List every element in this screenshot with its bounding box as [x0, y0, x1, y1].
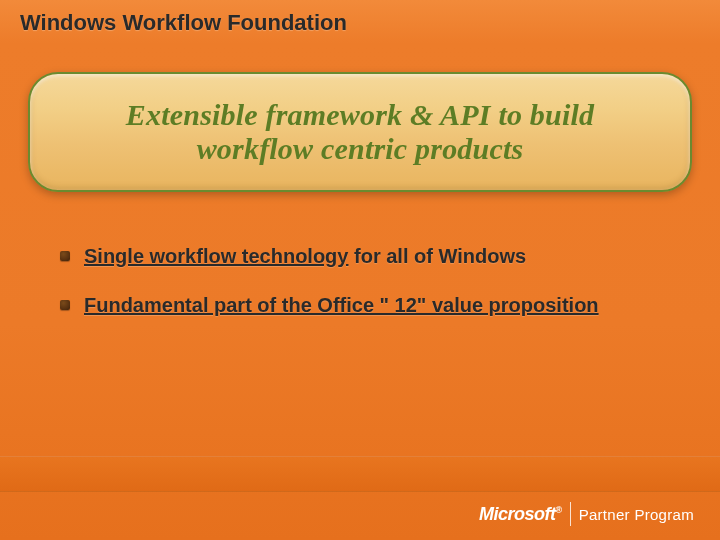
bullet-underlined: Fundamental part of the Office " 12" val… [84, 294, 599, 316]
bullet-text: Single workflow technology for all of Wi… [84, 245, 526, 268]
bullet-icon [60, 251, 70, 261]
bullet-text: Fundamental part of the Office " 12" val… [84, 294, 599, 317]
hero-line-1: Extensible framework & API to build [126, 98, 594, 132]
registered-mark: ® [555, 505, 561, 515]
slide-title: Windows Workflow Foundation [20, 10, 347, 36]
bullet-underlined: Single workflow technology [84, 245, 348, 267]
brand-word: Microsoft® [479, 504, 562, 525]
bullet-rest: for all of Windows [348, 245, 526, 267]
bullet-list: Single workflow technology for all of Wi… [60, 245, 660, 343]
footer-logo: Microsoft® Partner Program [479, 502, 694, 526]
divider-icon [570, 502, 571, 526]
bullet-item: Fundamental part of the Office " 12" val… [60, 294, 660, 317]
hero-panel: Extensible framework & API to build work… [28, 72, 692, 192]
hero-line-2: workflow centric products [197, 132, 524, 166]
footer-band [0, 456, 720, 492]
brand-name: Microsoft [479, 504, 556, 524]
bullet-item: Single workflow technology for all of Wi… [60, 245, 660, 268]
bullet-icon [60, 300, 70, 310]
partner-program-text: Partner Program [579, 506, 694, 523]
